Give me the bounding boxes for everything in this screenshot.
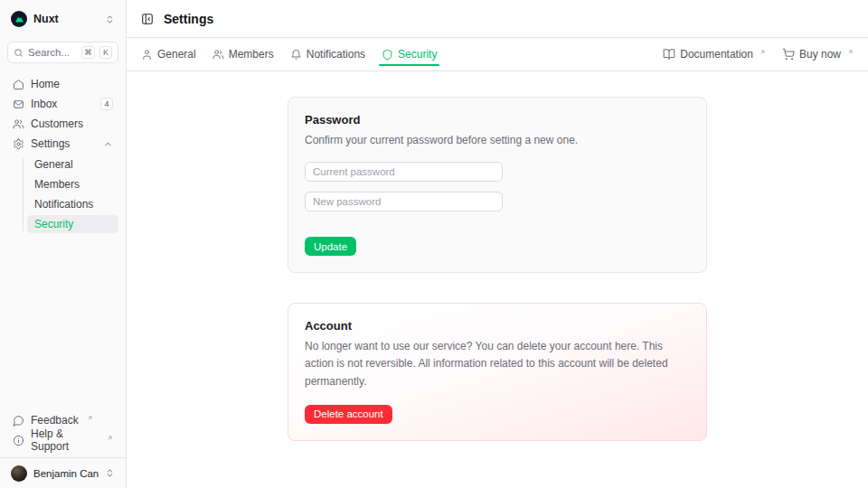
kbd-k: K	[99, 46, 112, 59]
user-icon	[141, 49, 153, 61]
top-link-label: Buy now	[799, 48, 841, 61]
sidebar-item-label: Members	[34, 178, 80, 191]
buy-now-link[interactable]: Buy now	[782, 48, 854, 61]
user-menu[interactable]: Benjamin Canac	[7, 458, 118, 488]
documentation-link[interactable]: Documentation	[663, 48, 766, 61]
tab-label: Notifications	[307, 48, 365, 61]
tab-label: Security	[398, 48, 437, 61]
shopping-cart-icon	[782, 48, 795, 61]
tab-label: General	[157, 48, 196, 61]
main-panel: Settings General Members	[127, 0, 868, 488]
chevrons-up-down-icon	[105, 468, 115, 478]
sidebar-item-label: Settings	[31, 137, 70, 150]
tab-security[interactable]: Security	[382, 38, 437, 70]
external-link-icon	[107, 435, 113, 441]
current-password-field[interactable]	[305, 162, 503, 182]
external-link-icon	[760, 49, 766, 55]
nuxt-logo-icon	[11, 11, 27, 27]
settings-toolbar: General Members Notifications	[127, 38, 868, 71]
sidebar-item-general[interactable]: General	[27, 155, 118, 174]
users-icon	[13, 118, 24, 130]
sidebar-item-members[interactable]: Members	[27, 175, 118, 193]
sidebar-nav: Home Inbox 4 Customers Settings	[7, 74, 118, 235]
chevrons-up-down-icon	[105, 14, 115, 24]
search-input[interactable]: Search... ⌘ K	[7, 42, 118, 63]
sidebar-item-security[interactable]: Security	[27, 215, 118, 233]
shield-icon	[382, 49, 393, 61]
tab-members[interactable]: Members	[212, 38, 274, 70]
sidebar-item-label: Notifications	[34, 198, 93, 211]
password-card-title: Password	[305, 113, 690, 127]
users-icon	[212, 49, 224, 61]
password-card: Password Confirm your current password b…	[288, 97, 707, 273]
book-open-icon	[663, 48, 675, 61]
sidebar-item-settings[interactable]: Settings	[7, 134, 118, 154]
toolbar-links: Documentation Buy now	[663, 48, 854, 61]
sidebar-item-customers[interactable]: Customers	[7, 114, 118, 134]
settings-content: Password Confirm your current password b…	[127, 71, 868, 488]
help-support-link[interactable]: Help & Support	[7, 430, 118, 450]
footer-item-label: Help & Support	[31, 427, 99, 453]
bell-icon	[290, 49, 302, 61]
external-link-icon	[87, 415, 93, 421]
sidebar-item-label: Home	[31, 78, 60, 90]
search-icon	[14, 48, 24, 58]
sidebar: Nuxt Search... ⌘ K Home	[0, 0, 127, 488]
tab-notifications[interactable]: Notifications	[290, 38, 365, 70]
sidebar-item-label: Security	[34, 218, 73, 230]
inbox-count-badge: 4	[100, 98, 113, 110]
sidebar-item-home[interactable]: Home	[7, 74, 118, 94]
password-card-description: Confirm your current password before set…	[305, 132, 690, 149]
external-link-icon	[847, 49, 854, 55]
workspace-name: Nuxt	[33, 13, 99, 25]
new-password-field[interactable]	[305, 192, 503, 211]
sidebar-item-label: Inbox	[31, 98, 57, 110]
account-card-description: No longer want to use our service? You c…	[305, 338, 690, 390]
account-card-title: Account	[305, 319, 690, 333]
page-title: Settings	[164, 12, 213, 26]
page-header: Settings	[127, 0, 868, 38]
home-icon	[13, 79, 24, 90]
message-circle-icon	[13, 415, 24, 427]
account-card: Account No longer want to use our servic…	[288, 303, 707, 441]
user-name: Benjamin Canac	[33, 468, 99, 479]
delete-account-button[interactable]: Delete account	[305, 405, 392, 424]
info-icon	[13, 435, 24, 446]
settings-tabs: General Members Notifications	[141, 38, 437, 70]
inbox-icon	[13, 99, 24, 110]
sidebar-item-inbox[interactable]: Inbox 4	[7, 94, 118, 114]
kbd-meta: ⌘	[81, 46, 95, 59]
tab-label: Members	[229, 48, 274, 61]
sidebar-item-label: Customers	[31, 117, 83, 130]
settings-sub-list: General Members Notifications Security	[27, 155, 118, 233]
workspace-selector[interactable]: Nuxt	[7, 0, 118, 38]
sidebar-collapse-icon[interactable]	[141, 13, 154, 25]
user-avatar	[11, 465, 27, 482]
gear-icon	[13, 138, 24, 150]
update-password-button[interactable]: Update	[305, 237, 356, 256]
sidebar-item-label: General	[34, 158, 73, 171]
sidebar-item-notifications[interactable]: Notifications	[27, 195, 118, 213]
app-window: Nuxt Search... ⌘ K Home	[0, 0, 868, 488]
search-placeholder: Search...	[28, 47, 77, 58]
sidebar-footer: Feedback Help & Support	[7, 410, 118, 454]
chevron-up-icon	[103, 139, 113, 149]
tab-general[interactable]: General	[141, 38, 196, 70]
top-link-label: Documentation	[680, 48, 753, 61]
footer-item-label: Feedback	[31, 414, 79, 427]
